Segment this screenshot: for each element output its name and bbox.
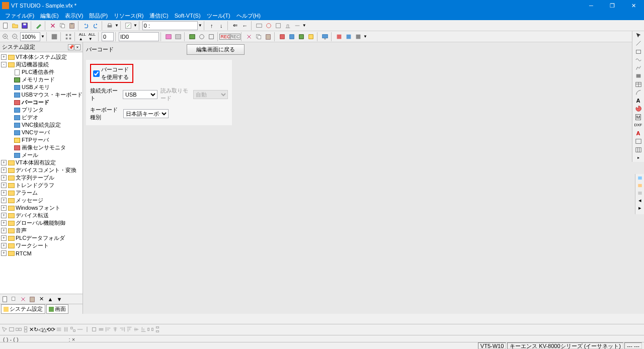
side-copy-icon[interactable] — [10, 295, 18, 303]
rp-dxf-icon[interactable]: DXF — [633, 122, 644, 129]
side-up-icon[interactable]: ▲ — [46, 295, 54, 303]
b-align-t[interactable] — [126, 326, 133, 334]
t2-l[interactable] — [287, 32, 296, 41]
b-h[interactable]: △ — [42, 326, 46, 333]
id-combo[interactable]: ID0 — [119, 32, 159, 41]
b-l[interactable] — [62, 326, 69, 334]
b-o[interactable] — [84, 326, 91, 334]
tree-item-FTPサーバ[interactable]: FTPサーバ — [0, 136, 83, 144]
rp2-b-icon[interactable] — [635, 182, 644, 189]
menu-通信(C)[interactable]: 通信(C) — [146, 11, 171, 21]
side-cut-icon[interactable] — [19, 295, 27, 303]
b-k[interactable] — [55, 326, 62, 334]
tree-item-メッセージ[interactable]: +メッセージ — [0, 197, 83, 204]
open-button[interactable] — [11, 21, 20, 30]
copy-button[interactable] — [58, 21, 67, 30]
tree-item-VT本体システム設定[interactable]: +VT本体システム設定 — [0, 53, 83, 61]
menu-リソース(R)[interactable]: リソース(R) — [111, 11, 146, 21]
tree-item-Windowsフォント[interactable]: +Windowsフォント — [0, 204, 83, 212]
rp-pie-icon[interactable] — [633, 105, 644, 112]
all-off-button[interactable]: ALL▼ — [88, 32, 97, 41]
tool-a-button[interactable] — [255, 21, 264, 30]
b-j[interactable]: ⟳ — [51, 326, 55, 333]
tree-item-ワークシート[interactable]: +ワークシート — [0, 242, 83, 249]
back-to-editor-button[interactable]: 編集画面に戻る — [187, 44, 245, 55]
zoom-in-button[interactable] — [1, 32, 10, 41]
t2-e[interactable] — [207, 32, 216, 41]
edit-button[interactable] — [34, 21, 43, 30]
b-align-c[interactable] — [112, 326, 119, 334]
tree-item-VNCサーバ[interactable]: VNCサーバ — [0, 129, 83, 136]
grid-button[interactable] — [50, 32, 59, 41]
menu-部品(P)[interactable]: 部品(P) — [86, 11, 111, 21]
b-b[interactable] — [8, 326, 15, 334]
rp-text-icon[interactable]: A — [633, 130, 644, 137]
b-align-r[interactable] — [119, 326, 126, 334]
rp-arc-icon[interactable] — [633, 89, 644, 96]
tree-item-RTCM[interactable]: +RTCM — [0, 249, 83, 257]
tool-d-button[interactable] — [283, 21, 292, 30]
tree-item-PLCデータフォルダ[interactable]: +PLCデータフォルダ — [0, 234, 83, 242]
redo-button[interactable] — [91, 21, 100, 30]
tree-item-文字列テーブル[interactable]: +文字列テーブル — [0, 174, 83, 182]
b-q[interactable] — [98, 326, 105, 334]
t2-j[interactable] — [264, 32, 273, 41]
b-align-l[interactable] — [105, 326, 112, 334]
tree-item-USBメモリ[interactable]: USBメモリ — [0, 83, 83, 91]
b-m[interactable] — [69, 326, 76, 334]
rp-line-icon[interactable] — [633, 40, 644, 47]
tree-item-音声[interactable]: +音声 — [0, 227, 83, 234]
tree-item-VT本体固有設定[interactable]: +VT本体固有設定 — [0, 159, 83, 166]
t2-h[interactable] — [245, 32, 254, 41]
nav-down-button[interactable]: ↓ — [217, 21, 226, 30]
maximize-button[interactable]: ❐ — [602, 0, 623, 11]
print-button[interactable] — [105, 21, 114, 30]
b-align-b[interactable] — [140, 326, 147, 334]
b-align-m[interactable] — [133, 326, 140, 334]
t2-k[interactable] — [278, 32, 287, 41]
side-down-icon[interactable]: ▼ — [55, 295, 63, 303]
b-p[interactable] — [91, 326, 98, 334]
close-button[interactable]: ✕ — [623, 0, 644, 11]
undo-button[interactable] — [82, 21, 91, 30]
rp-m-icon[interactable]: M — [633, 114, 644, 121]
b-e[interactable]: ✕ — [29, 326, 34, 333]
tool-c-button[interactable] — [274, 21, 283, 30]
rp2-a-icon[interactable] — [635, 174, 644, 182]
rp-more-icon[interactable]: ▸ — [633, 154, 644, 161]
t2-d[interactable] — [197, 32, 206, 41]
tree-item-トレンドグラフ[interactable]: +トレンドグラフ — [0, 182, 83, 189]
rp2-e-icon[interactable]: ▸ — [635, 204, 644, 212]
t2-p[interactable] — [344, 32, 353, 41]
b-g[interactable]: ◁ — [38, 326, 42, 333]
sidebar-pin-button[interactable]: 📌 — [68, 44, 74, 50]
tree-item-デバイスコメント・変換[interactable]: +デバイスコメント・変換 — [0, 166, 83, 174]
menu-表示(V)[interactable]: 表示(V) — [62, 11, 87, 21]
tree-item-メモリカード[interactable]: メモリカード — [0, 76, 83, 83]
tool-b-button[interactable] — [264, 21, 273, 30]
num-box[interactable]: 0 — [102, 32, 114, 41]
rp-grid1-icon[interactable] — [633, 138, 644, 145]
t2-n[interactable] — [306, 32, 315, 41]
tree-item-バーコード[interactable]: バーコード — [0, 99, 83, 106]
menu-Soft-VT(S)[interactable]: Soft-VT(S) — [172, 12, 204, 20]
rp-grid2-icon[interactable] — [633, 146, 644, 153]
port-select[interactable]: USB — [123, 90, 157, 99]
tree-item-USBマウス・キーボード[interactable]: USBマウス・キーボード — [0, 91, 83, 99]
snap-button[interactable] — [64, 32, 73, 41]
t2-a[interactable] — [164, 32, 173, 41]
item-combo[interactable]: 0 : — [142, 21, 198, 30]
t2-b[interactable] — [174, 32, 183, 41]
rp-a-icon[interactable]: A — [633, 97, 644, 104]
tree-item-周辺機器接続[interactable]: -周辺機器接続 — [0, 61, 83, 68]
b-f[interactable]: ↻ — [34, 326, 38, 333]
side-new-icon[interactable] — [1, 295, 9, 303]
tree-item-ビデオ[interactable]: ビデオ — [0, 114, 83, 121]
b-a[interactable] — [1, 326, 8, 334]
t2-i[interactable] — [254, 32, 263, 41]
use-barcode-checkbox[interactable] — [93, 70, 100, 77]
monitor-icon[interactable] — [320, 32, 330, 41]
t2-m[interactable] — [297, 32, 306, 41]
minimize-button[interactable]: ─ — [581, 0, 602, 11]
rp-poly-icon[interactable] — [633, 64, 644, 71]
